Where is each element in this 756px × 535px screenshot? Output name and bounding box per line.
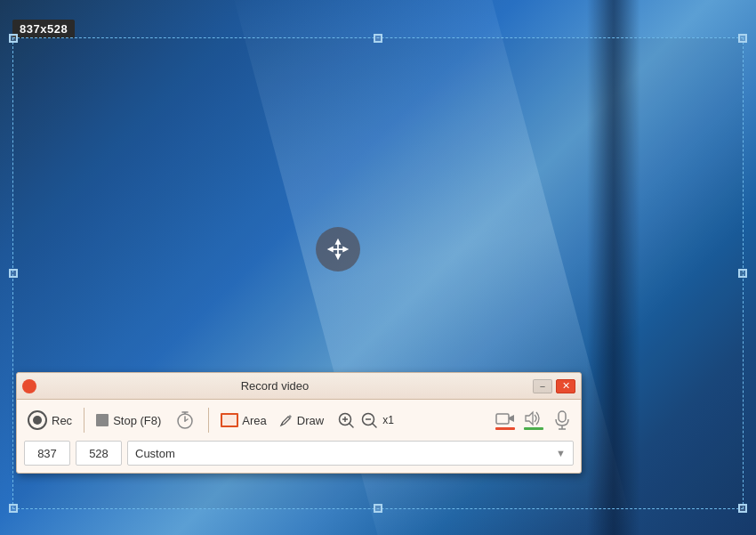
timer-button[interactable]	[173, 409, 197, 432]
rec-label: Rec	[52, 414, 72, 427]
svg-marker-0	[327, 239, 350, 261]
pen-icon	[279, 413, 294, 427]
draw-label: Draw	[297, 414, 324, 427]
microphone-button[interactable]	[551, 409, 574, 432]
stop-button[interactable]: Stop (F8)	[92, 412, 165, 429]
toolbar-titlebar: Record video − ✕	[17, 373, 581, 400]
toolbar-body: Rec Stop (F8) Area	[17, 400, 581, 441]
minimize-button[interactable]: −	[533, 379, 552, 393]
area-label: Area	[242, 414, 266, 427]
area-icon	[221, 413, 238, 427]
toolbar-title: Record video	[44, 379, 506, 393]
volume-button[interactable]	[522, 409, 545, 432]
preset-value-text: Custom	[135, 447, 175, 460]
dimensions-text: 837x528	[20, 22, 68, 36]
svg-rect-17	[559, 411, 566, 422]
close-button[interactable]: ✕	[556, 379, 575, 393]
rec-button[interactable]: Rec	[24, 409, 76, 432]
dimensions-label: 837x528	[12, 20, 75, 38]
speaker-icon	[524, 410, 543, 426]
separator-2	[208, 408, 209, 433]
zoom-out-icon	[360, 411, 378, 429]
zoom-controls: x1	[336, 410, 394, 430]
stop-label: Stop (F8)	[113, 414, 161, 427]
toolbar-bottom: Custom ▼	[17, 441, 581, 473]
right-icons	[494, 409, 574, 432]
camera-icon	[495, 410, 515, 426]
area-button[interactable]: Area	[217, 411, 269, 429]
zoom-out-button[interactable]	[359, 410, 379, 430]
zoom-in-icon	[337, 411, 355, 429]
svg-line-10	[350, 424, 353, 427]
microphone-icon	[554, 410, 570, 430]
volume-status-bar	[524, 427, 543, 430]
camera-status-bar	[495, 427, 515, 430]
move-icon-svg	[326, 237, 350, 262]
width-input[interactable]	[24, 441, 70, 466]
separator-1	[84, 408, 84, 433]
move-cursor-icon	[316, 227, 360, 272]
toolbar-window-controls: − ✕	[533, 379, 575, 393]
svg-line-13	[373, 424, 376, 427]
stop-icon	[96, 414, 109, 426]
zoom-level-label: x1	[382, 414, 394, 426]
record-toolbar: Record video − ✕ Rec Stop (F8)	[16, 372, 582, 474]
timer-icon-svg	[175, 410, 195, 430]
rec-dot	[33, 416, 42, 425]
preset-dropdown[interactable]: Custom ▼	[127, 441, 574, 466]
dropdown-arrow-icon: ▼	[556, 448, 566, 458]
height-input[interactable]	[76, 441, 122, 466]
draw-button[interactable]: Draw	[276, 411, 327, 429]
svg-marker-16	[526, 412, 533, 425]
rec-circle-icon	[28, 410, 47, 430]
svg-marker-15	[509, 415, 514, 422]
svg-rect-14	[496, 414, 509, 424]
camera-button[interactable]	[494, 409, 517, 432]
toolbar-app-icon	[22, 379, 36, 393]
zoom-in-button[interactable]	[336, 410, 356, 430]
